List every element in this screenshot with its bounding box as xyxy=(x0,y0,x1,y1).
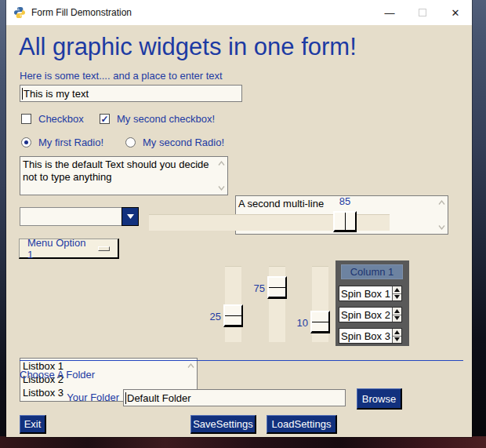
spin-box-2-value[interactable]: Spin Box 2 xyxy=(339,308,392,322)
radio-1[interactable] xyxy=(21,137,31,148)
scroll-up-icon[interactable] xyxy=(217,160,226,166)
triangle-down-icon xyxy=(394,316,400,320)
checkbox-2[interactable]: ✓ xyxy=(100,114,110,124)
folder-field-label: Your Folder xyxy=(53,392,119,403)
checkbox-2-label[interactable]: My second checkbox! xyxy=(117,113,215,125)
radio-2-label[interactable]: My second Radio! xyxy=(143,137,224,148)
menu-option-button[interactable]: Menu Option 1 xyxy=(19,239,119,259)
triangle-down-icon xyxy=(394,337,400,341)
h-slider-value: 85 xyxy=(329,195,361,207)
text-caret xyxy=(22,88,23,100)
triangle-up-icon xyxy=(394,309,400,313)
browse-button[interactable]: Browse xyxy=(357,388,402,410)
v-slider-2-value: 75 xyxy=(246,282,265,294)
multiline-1-text: This is the default Text should you deci… xyxy=(23,158,209,183)
spin-up-button[interactable] xyxy=(393,286,401,294)
text-input-value: This is my text xyxy=(24,88,89,100)
spinner xyxy=(392,329,401,343)
folder-input-value: Default Folder xyxy=(127,392,191,404)
spinner xyxy=(392,286,401,300)
folder-section-title: Choose A Folder xyxy=(20,369,95,381)
combo-dropdown-button[interactable] xyxy=(121,207,139,226)
spin-down-button[interactable] xyxy=(393,337,401,344)
h-slider-handle[interactable] xyxy=(333,211,357,232)
v-slider-3-value: 10 xyxy=(289,317,308,329)
spin-box-3-value[interactable]: Spin Box 3 xyxy=(339,329,392,343)
v-slider-1-handle[interactable] xyxy=(223,304,243,327)
check-icon: ✓ xyxy=(100,115,108,124)
titlebar-controls: — ✕ xyxy=(373,0,472,25)
window-title: Form Fill Demonstration xyxy=(31,7,132,18)
combo-box[interactable] xyxy=(20,207,139,226)
spinner xyxy=(392,308,401,322)
close-icon: ✕ xyxy=(452,7,460,19)
v-slider-3-handle[interactable] xyxy=(310,311,330,333)
checkbox-1-label[interactable]: Checkbox xyxy=(38,113,84,125)
spin-down-button[interactable] xyxy=(393,294,401,301)
v-slider-2-handle[interactable] xyxy=(267,276,287,299)
section-divider xyxy=(20,360,463,361)
save-settings-button[interactable]: SaveSettings xyxy=(190,415,256,434)
text-caret xyxy=(125,392,126,404)
v-slider-handle-line xyxy=(225,315,241,316)
intro-text: Here is some text.... and a place to ent… xyxy=(20,70,223,82)
triangle-up-icon xyxy=(394,330,400,334)
chevron-down-icon xyxy=(127,214,134,219)
python-logo-icon xyxy=(13,6,26,19)
v-slider-1-value: 25 xyxy=(202,311,221,322)
folder-input[interactable]: Default Folder xyxy=(123,389,346,406)
desktop-bottom-strip xyxy=(0,436,486,448)
v-slider-handle-line xyxy=(312,322,328,322)
load-settings-button[interactable]: LoadSettings xyxy=(267,415,337,434)
table-column-header[interactable]: Column 1 xyxy=(341,264,403,279)
radio-1-label[interactable]: My first Radio! xyxy=(38,137,103,148)
multiline-2-text: A second multi-line xyxy=(238,198,324,209)
radio-2[interactable] xyxy=(125,137,136,148)
spin-box-2[interactable]: Spin Box 2 xyxy=(339,307,402,322)
checkbox-1[interactable] xyxy=(21,114,31,124)
spin-up-button[interactable] xyxy=(393,329,401,337)
spin-box-1[interactable]: Spin Box 1 xyxy=(339,286,402,301)
scroll-up-icon[interactable] xyxy=(187,362,195,369)
page-title: All graphic widgets in one form! xyxy=(19,33,357,61)
minimize-icon: — xyxy=(385,7,395,19)
table-frame: Column 1 Spin Box 1 Spin Box 2 xyxy=(335,260,409,346)
triangle-up-icon xyxy=(394,288,400,292)
maximize-icon xyxy=(419,9,426,16)
spin-up-button[interactable] xyxy=(393,308,401,315)
menu-option-label: Menu Option 1 xyxy=(27,237,87,260)
spin-box-1-value[interactable]: Spin Box 1 xyxy=(339,286,392,300)
v-slider-handle-line xyxy=(269,287,285,288)
text-input[interactable]: This is my text xyxy=(20,85,242,102)
exit-button[interactable]: Exit xyxy=(20,415,46,434)
spin-down-button[interactable] xyxy=(393,315,401,322)
multiline-input-1[interactable]: This is the default Text should you deci… xyxy=(20,156,228,195)
spin-box-3[interactable]: Spin Box 3 xyxy=(339,328,402,344)
scroll-down-icon[interactable] xyxy=(217,185,226,191)
minimize-button[interactable]: — xyxy=(373,0,406,25)
titlebar[interactable]: Form Fill Demonstration — ✕ xyxy=(6,0,472,25)
h-slider-handle-line xyxy=(345,213,346,230)
triangle-down-icon xyxy=(394,295,400,299)
app-window: Form Fill Demonstration — ✕ All graphic … xyxy=(6,0,472,437)
menu-indicator-icon xyxy=(98,246,110,251)
form-body: All graphic widgets in one form! Here is… xyxy=(6,25,472,437)
scroll-down-icon[interactable] xyxy=(437,224,446,231)
maximize-button[interactable] xyxy=(406,0,439,25)
radio-1-dot xyxy=(24,140,28,144)
close-button[interactable]: ✕ xyxy=(439,0,472,25)
desktop-background: Form Fill Demonstration — ✕ All graphic … xyxy=(0,0,486,448)
scroll-up-icon[interactable] xyxy=(437,199,446,206)
combo-value[interactable] xyxy=(20,207,121,226)
